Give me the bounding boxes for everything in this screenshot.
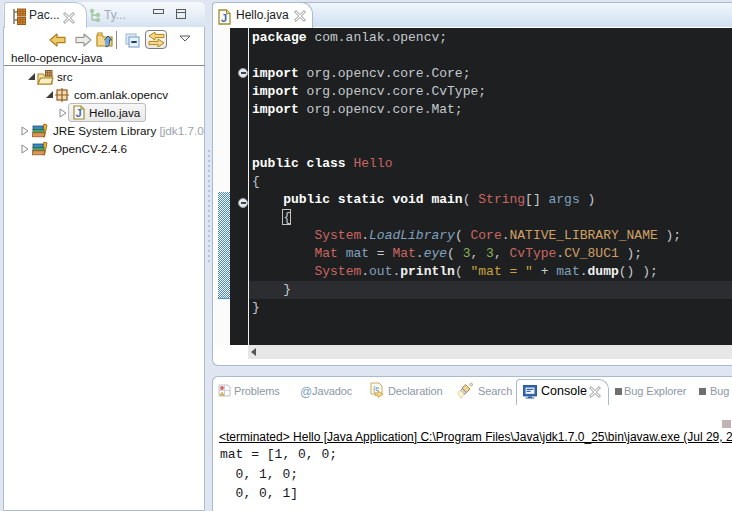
svg-text:J: J: [221, 12, 227, 24]
svg-text:J: J: [76, 107, 82, 119]
